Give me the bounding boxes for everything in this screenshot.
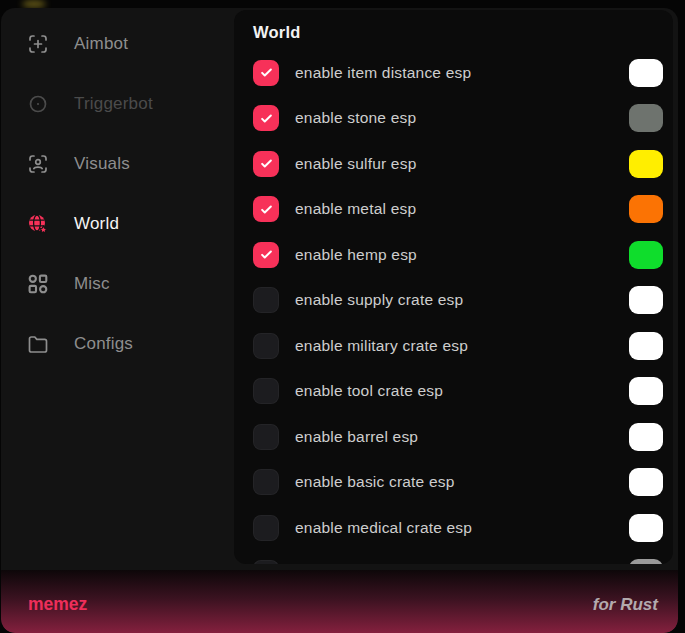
esp-color-swatch[interactable]	[629, 514, 663, 542]
misc-shapes-icon	[26, 272, 50, 296]
esp-option-row: enable barrel esp	[234, 414, 673, 460]
esp-option-label: enable metal esp	[295, 200, 629, 218]
esp-option-label: enable supply crate esp	[295, 291, 629, 309]
esp-option-label: enable barrel esp	[295, 428, 629, 446]
sidebar-item-label: Aimbot	[74, 34, 128, 54]
esp-checkbox[interactable]	[253, 560, 279, 564]
esp-checkbox[interactable]	[253, 242, 279, 268]
esp-option-label: enable sulfur esp	[295, 155, 629, 173]
esp-option-row: enable supply crate esp	[234, 278, 673, 324]
world-settings-panel: World enable item distance esp enable st…	[234, 10, 673, 564]
esp-option-row: enable military crate esp	[234, 323, 673, 369]
esp-checkbox[interactable]	[253, 60, 279, 86]
esp-option-label: enable hemp esp	[295, 246, 629, 264]
esp-checkbox[interactable]	[253, 105, 279, 131]
esp-option-row: enable sulfur esp	[234, 141, 673, 187]
menu-container: Aimbot Triggerbot	[1, 8, 678, 633]
esp-checkbox[interactable]	[253, 515, 279, 541]
world-globe-icon	[26, 212, 50, 236]
esp-color-swatch[interactable]	[629, 423, 663, 451]
configs-folder-icon	[26, 332, 50, 356]
footer-bar: memez for Rust	[1, 570, 678, 633]
esp-color-swatch[interactable]	[629, 59, 663, 87]
esp-option-label: enable tool crate esp	[295, 382, 629, 400]
aimbot-scan-icon	[26, 32, 50, 56]
esp-option-row: enable stone esp	[234, 96, 673, 142]
checkmark-icon	[259, 65, 274, 80]
esp-option-row: enable item distance esp	[234, 50, 673, 96]
product-tagline: for Rust	[593, 595, 658, 615]
options-list: enable item distance esp enable stone es…	[234, 50, 673, 564]
sidebar: Aimbot Triggerbot	[1, 8, 234, 374]
brand-name: memez	[28, 594, 87, 615]
esp-checkbox[interactable]	[253, 469, 279, 495]
esp-checkbox[interactable]	[253, 378, 279, 404]
cheat-menu-window: Aimbot Triggerbot	[0, 0, 685, 633]
sidebar-item-world[interactable]: World	[1, 194, 234, 254]
sidebar-item-label: Visuals	[74, 154, 130, 174]
checkmark-icon	[259, 247, 274, 262]
esp-color-swatch[interactable]	[629, 377, 663, 405]
esp-option-row: enable basic crate esp	[234, 460, 673, 506]
esp-checkbox[interactable]	[253, 333, 279, 359]
checkmark-icon	[259, 111, 274, 126]
esp-option-row: enable metal esp	[234, 187, 673, 233]
esp-color-swatch[interactable]	[629, 241, 663, 269]
esp-color-swatch[interactable]	[629, 286, 663, 314]
esp-color-swatch[interactable]	[629, 150, 663, 178]
sidebar-item-triggerbot[interactable]: Triggerbot	[1, 74, 234, 134]
esp-option-label: enable stone esp	[295, 109, 629, 127]
sidebar-item-aimbot[interactable]: Aimbot	[1, 14, 234, 74]
esp-color-swatch[interactable]	[629, 104, 663, 132]
checkmark-icon	[259, 202, 274, 217]
esp-checkbox[interactable]	[253, 196, 279, 222]
esp-option-label: enable medical crate esp	[295, 519, 629, 537]
esp-color-swatch[interactable]	[629, 195, 663, 223]
esp-checkbox[interactable]	[253, 287, 279, 313]
visuals-scan-person-icon	[26, 152, 50, 176]
sidebar-item-label: World	[74, 214, 119, 234]
sidebar-item-configs[interactable]: Configs	[1, 314, 234, 374]
esp-color-swatch[interactable]	[629, 559, 663, 564]
esp-option-label: enable military crate esp	[295, 337, 629, 355]
esp-option-row: enable tool crate esp	[234, 369, 673, 415]
sidebar-item-label: Configs	[74, 334, 133, 354]
sidebar-item-label: Misc	[74, 274, 110, 294]
panel-title: World	[253, 23, 300, 42]
esp-option-label: enable basic crate esp	[295, 473, 629, 491]
esp-checkbox[interactable]	[253, 424, 279, 450]
esp-color-swatch[interactable]	[629, 468, 663, 496]
sidebar-item-misc[interactable]: Misc	[1, 254, 234, 314]
esp-option-row: enable hemp esp	[234, 232, 673, 278]
esp-option-row: enable medical crate esp	[234, 505, 673, 551]
checkmark-icon	[259, 156, 274, 171]
background-artifact	[22, 0, 46, 8]
esp-checkbox[interactable]	[253, 151, 279, 177]
sidebar-item-label: Triggerbot	[74, 94, 153, 114]
sidebar-item-visuals[interactable]: Visuals	[1, 134, 234, 194]
esp-option-row	[234, 551, 673, 565]
esp-color-swatch[interactable]	[629, 332, 663, 360]
esp-option-label: enable item distance esp	[295, 64, 629, 82]
triggerbot-target-icon	[26, 92, 50, 116]
